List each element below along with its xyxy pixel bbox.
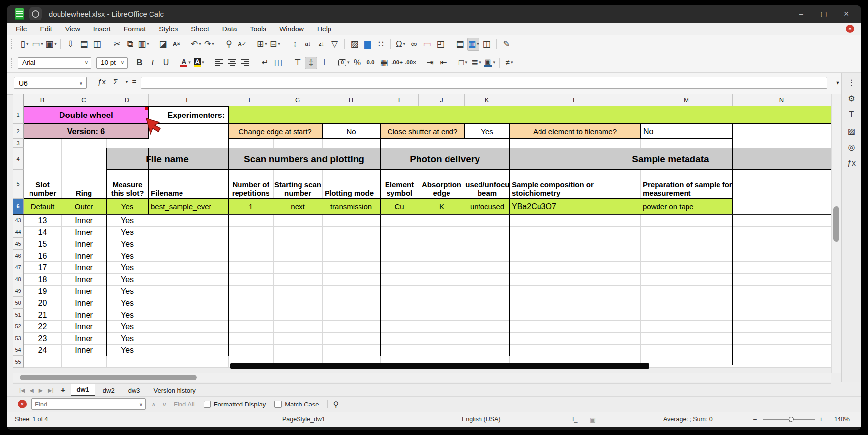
align-top-button[interactable]: ⊤ (292, 57, 304, 69)
column-header-d[interactable]: D (106, 94, 149, 106)
chevron-down-icon[interactable]: ∨ (79, 80, 83, 86)
dropdown-caret[interactable]: ▾ (265, 42, 267, 46)
export-pdf-button[interactable]: ⇩ (64, 38, 77, 51)
zoom-slider-thumb[interactable] (789, 417, 794, 422)
find-input[interactable] (32, 400, 138, 408)
cell-measure[interactable]: Yes (106, 273, 149, 285)
copy-button[interactable]: ⧉ (124, 38, 136, 51)
header-element-symbol[interactable]: Element symbol (380, 170, 419, 199)
properties-icon[interactable]: ⚙ (848, 94, 855, 103)
chevron-down-icon[interactable]: ∨ (121, 60, 124, 65)
dropdown-caret[interactable]: ▾ (511, 60, 513, 65)
select-all-corner[interactable] (13, 94, 24, 106)
cell-a2[interactable]: Yes (465, 124, 509, 139)
find-next-button[interactable]: ∨ (162, 401, 167, 408)
zoom-out-button[interactable]: – (753, 416, 757, 423)
page-style[interactable]: PageStyle_dw1 (282, 416, 325, 423)
column-header-h[interactable]: H (322, 94, 380, 106)
insert-pivot-table-button[interactable]: ∷ (375, 38, 387, 51)
find-previous-button[interactable]: ∧ (151, 401, 156, 408)
underline-button[interactable]: U (160, 57, 172, 69)
headers-footers-button[interactable]: ▤ (454, 38, 466, 51)
row-header-55[interactable]: 55 (13, 356, 24, 368)
styles-icon[interactable]: T (849, 110, 854, 119)
row-header-2[interactable]: 2 (13, 124, 24, 139)
dropdown-caret[interactable]: ▾ (199, 42, 201, 46)
row-header-49[interactable]: 49 (13, 285, 24, 297)
formula-equals-button[interactable]: = (129, 77, 140, 86)
cell-slot[interactable]: 19 (24, 285, 61, 297)
column-header-l[interactable]: L (509, 94, 640, 106)
select-sum-button[interactable]: Σ (110, 77, 121, 86)
align-center-button[interactable] (226, 57, 238, 69)
spreadsheet-grid[interactable]: Double wheel Experimenters: Version: 6 C… (13, 94, 831, 368)
menu-sheet[interactable]: Sheet (191, 25, 209, 33)
find-and-replace-icon[interactable]: ⚲ (333, 400, 339, 409)
group-header-file-name[interactable]: File name (106, 148, 228, 170)
find-replace-button[interactable]: ⚲ (223, 38, 235, 51)
cell-title[interactable]: Double wheel (24, 106, 149, 124)
align-bottom-button[interactable]: ⊥ (318, 57, 330, 69)
cell-ring[interactable]: Inner (61, 261, 106, 273)
toolbar-grip[interactable] (11, 58, 14, 68)
header-repetitions[interactable]: Number of repetitions (228, 170, 273, 199)
cell-ring[interactable]: Inner (61, 320, 106, 332)
font-color-button[interactable]: A▾ (180, 57, 192, 69)
align-left-button[interactable] (212, 57, 225, 69)
cell-ring[interactable]: Inner (61, 238, 106, 250)
zoom-level[interactable]: 140% (834, 416, 850, 423)
cell-default-composition[interactable]: YBa2Cu3O7 (509, 199, 640, 214)
find-combobox[interactable]: ∨ (31, 398, 146, 410)
cell-default-preparation[interactable]: powder on tape (640, 199, 733, 214)
menu-window[interactable]: Window (279, 25, 304, 33)
format-percent-button[interactable]: % (351, 57, 363, 69)
row-header-51[interactable]: 51 (13, 309, 24, 320)
cell-default-start-scan[interactable]: next (273, 199, 322, 214)
horizontal-scrollbar[interactable] (13, 373, 831, 382)
menu-file[interactable]: File (16, 25, 27, 33)
insert-image-button[interactable]: ▨ (348, 38, 360, 51)
column-header-i[interactable]: I (380, 94, 419, 106)
toolbar-grip[interactable] (11, 39, 14, 49)
cell-measure[interactable]: Yes (106, 297, 149, 309)
menu-styles[interactable]: Styles (159, 25, 178, 33)
center-vertically-button[interactable]: ‡ (305, 57, 317, 69)
font-name-combobox[interactable]: Arial ∨ (18, 57, 91, 69)
dropdown-caret[interactable]: ▾ (26, 42, 29, 46)
row-header-45[interactable]: 45 (13, 238, 24, 250)
border-color-button[interactable]: ▣▾ (483, 57, 496, 69)
column-header-g[interactable]: G (273, 94, 322, 106)
cell-default-ring[interactable]: Outer (61, 199, 106, 214)
column-header-m[interactable]: M (640, 94, 733, 106)
border-style-button[interactable]: ≣▾ (470, 57, 482, 69)
gallery-icon[interactable]: ▨ (848, 126, 855, 135)
close-find-bar-button[interactable]: ✕ (18, 400, 27, 408)
column-header-c[interactable]: C (61, 94, 106, 106)
cell-ring[interactable]: Inner (61, 332, 106, 344)
header-measure[interactable]: Measure this slot? (106, 170, 149, 199)
format-date-button[interactable]: ▦ (378, 57, 390, 69)
cell-ring[interactable]: Inner (61, 226, 106, 238)
navigator-icon[interactable]: ◎ (848, 143, 855, 151)
row-header-53[interactable]: 53 (13, 332, 24, 344)
horizontal-scrollbar-thumb[interactable] (20, 375, 197, 380)
dropdown-caret[interactable]: ▾ (347, 60, 350, 65)
menu-data[interactable]: Data (222, 25, 237, 33)
cell-slot[interactable]: 18 (24, 273, 61, 285)
cell-slot[interactable]: 22 (24, 320, 61, 332)
row-header-3[interactable]: 3 (13, 139, 24, 148)
highlight-color-button[interactable]: A▾ (193, 57, 205, 69)
cell-slot[interactable]: 15 (24, 238, 61, 250)
sort-descending-button[interactable]: z↓ (315, 38, 328, 51)
row-header-50[interactable]: 50 (13, 297, 24, 309)
cell-default-focus[interactable]: unfocused (465, 199, 509, 214)
match-case-checkbox[interactable]: Match Case (274, 401, 319, 408)
formula-input[interactable] (141, 77, 827, 89)
first-sheet-button[interactable]: |◀ (19, 387, 25, 394)
header-preparation[interactable]: Preparation of sample for measurement (640, 170, 733, 199)
row-header-46[interactable]: 46 (13, 250, 24, 261)
cell-measure[interactable]: Yes (106, 332, 149, 344)
zoom-in-button[interactable]: + (819, 416, 823, 423)
header-start-scan[interactable]: Starting scan number (273, 170, 322, 199)
undo-button[interactable]: ↶▾ (190, 38, 202, 51)
